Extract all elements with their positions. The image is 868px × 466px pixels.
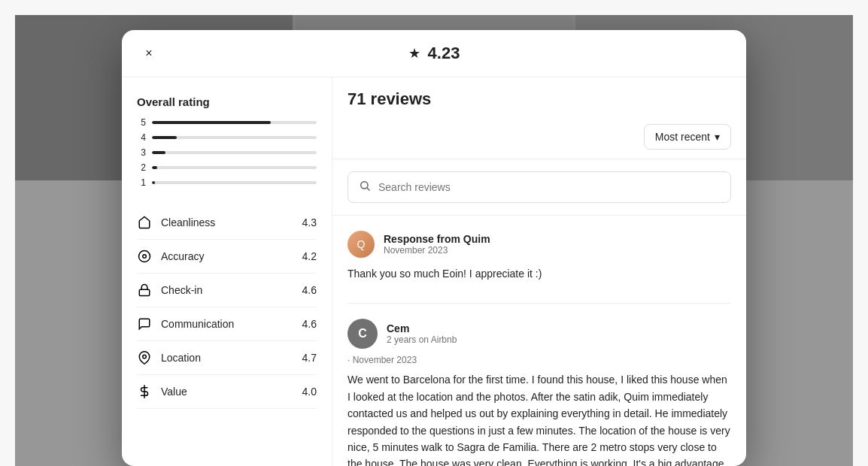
response-from: Response from Quim <box>384 233 731 245</box>
bar-track <box>152 151 317 154</box>
modal-title-area: ★ 4.23 <box>408 44 460 63</box>
category-row-communication: Communication4.6 <box>137 307 317 341</box>
chevron-down-icon: ▾ <box>715 131 720 143</box>
cleanliness-icon <box>137 215 152 230</box>
category-name-cleanliness: Cleanliness <box>161 216 215 228</box>
search-bar <box>348 171 731 203</box>
page-background: × ★ 4.23 Overall rating 54321 Cleanlines… <box>15 15 853 466</box>
category-row-accuracy: Accuracy4.2 <box>137 240 317 274</box>
reviewer-header: CCem2 years on Airbnb <box>348 319 731 349</box>
left-panel: Overall rating 54321 Cleanliness4.3Accur… <box>122 77 332 466</box>
star-icon: ★ <box>408 45 420 62</box>
rating-categories: Cleanliness4.3Accuracy4.2Check-in4.6Comm… <box>137 206 317 409</box>
category-left: Check-in <box>137 283 202 298</box>
overall-rating-label: Overall rating <box>137 95 317 108</box>
bar-fill <box>152 136 177 139</box>
review-item-response1: QResponse from QuimNovember 2023Thank yo… <box>348 216 731 304</box>
bar-label: 1 <box>137 177 146 188</box>
svg-point-1 <box>143 255 147 259</box>
svg-rect-2 <box>139 289 150 295</box>
check_in-icon <box>137 283 152 298</box>
category-row-location: Location4.7 <box>137 341 317 375</box>
reviews-list: QResponse from QuimNovember 2023Thank yo… <box>332 216 746 466</box>
category-row-value: Value4.0 <box>137 375 317 409</box>
bar-fill <box>152 151 165 154</box>
response-date: November 2023 <box>384 245 731 256</box>
avatar: C <box>348 319 378 349</box>
category-name-communication: Communication <box>161 318 234 330</box>
bar-row: 3 <box>137 147 317 158</box>
bar-row: 2 <box>137 162 317 173</box>
category-score-communication: 4.6 <box>302 318 317 330</box>
location-icon <box>137 350 152 365</box>
bar-chart: 54321 <box>137 117 317 188</box>
category-name-value: Value <box>161 386 187 398</box>
category-name-location: Location <box>161 352 201 364</box>
bar-fill <box>152 166 157 169</box>
communication-icon <box>137 316 152 331</box>
bar-row: 5 <box>137 117 317 128</box>
response-info: Response from QuimNovember 2023 <box>384 233 731 256</box>
close-button[interactable]: × <box>137 41 161 65</box>
bar-track <box>152 166 317 169</box>
response-header: QResponse from QuimNovember 2023 <box>348 231 731 258</box>
bar-label: 5 <box>137 117 146 128</box>
reviews-modal: × ★ 4.23 Overall rating 54321 Cleanlines… <box>122 30 746 466</box>
review-item-cem: CCem2 years on Airbnb· November 2023We w… <box>348 304 731 466</box>
reviewer-name: Cem <box>387 322 731 334</box>
category-score-check_in: 4.6 <box>302 284 317 296</box>
review-text: We went to Barcelona for the first time.… <box>348 371 731 466</box>
sort-label: Most recent <box>655 131 710 143</box>
bar-track <box>152 181 317 184</box>
sort-header: Most recent ▾ <box>332 115 746 159</box>
value-icon <box>137 384 152 399</box>
category-left: Accuracy <box>137 249 205 264</box>
category-left: Cleanliness <box>137 215 215 230</box>
search-input[interactable] <box>378 181 720 193</box>
category-row-check_in: Check-in4.6 <box>137 274 317 307</box>
response-text: Thank you so much Eoin! I appreciate it … <box>348 265 731 282</box>
sort-button[interactable]: Most recent ▾ <box>644 124 731 150</box>
bar-track <box>152 121 317 124</box>
reviewer-info: Cem2 years on Airbnb <box>387 322 731 345</box>
host-avatar: Q <box>348 231 375 258</box>
reviewer-meta: 2 years on Airbnb <box>387 334 731 345</box>
category-left: Location <box>137 350 201 365</box>
category-score-value: 4.0 <box>302 386 317 398</box>
modal-body: Overall rating 54321 Cleanliness4.3Accur… <box>122 77 746 466</box>
bar-label: 2 <box>137 162 146 173</box>
bar-row: 4 <box>137 132 317 143</box>
reviews-count: 71 reviews <box>332 77 746 115</box>
bar-label: 3 <box>137 147 146 158</box>
search-icon <box>359 180 371 195</box>
category-left: Communication <box>137 316 234 331</box>
category-name-accuracy: Accuracy <box>161 250 205 262</box>
overall-rating-section: Overall rating 54321 <box>137 95 317 188</box>
svg-point-0 <box>139 251 150 262</box>
modal-header: × ★ 4.23 <box>122 30 746 77</box>
bar-fill <box>152 121 271 124</box>
svg-line-6 <box>367 188 369 190</box>
bar-label: 4 <box>137 132 146 143</box>
accuracy-icon <box>137 249 152 264</box>
bar-track <box>152 136 317 139</box>
category-score-cleanliness: 4.3 <box>302 216 317 228</box>
category-score-location: 4.7 <box>302 352 317 364</box>
search-bar-container <box>332 159 746 216</box>
modal-rating: 4.23 <box>428 44 460 63</box>
bar-row: 1 <box>137 177 317 188</box>
category-score-accuracy: 4.2 <box>302 250 317 262</box>
review-date: · November 2023 <box>348 355 731 365</box>
bar-fill <box>152 181 155 184</box>
category-left: Value <box>137 384 187 399</box>
category-name-check_in: Check-in <box>161 284 202 296</box>
category-row-cleanliness: Cleanliness4.3 <box>137 206 317 240</box>
svg-point-3 <box>143 355 147 359</box>
right-panel: 71 reviews Most recent ▾ <box>332 77 746 466</box>
